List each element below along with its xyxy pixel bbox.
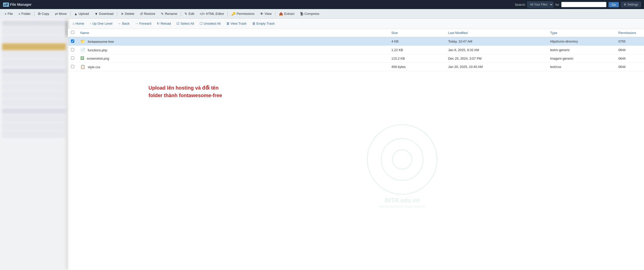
search-scope-select[interactable]: All Your Files (527, 2, 553, 8)
rename-icon: ✎ (161, 12, 164, 16)
up-one-level-button[interactable]: ↑ Up One Level (87, 21, 115, 26)
table-header-row: Name Size Last Modified Type Permissions (68, 29, 644, 37)
table-row[interactable]: 📁 fontawesome-free 4 KB Today, 10:47 AM … (68, 37, 644, 46)
home-button[interactable]: ⌂ Home (70, 21, 87, 26)
row-check-input-0[interactable] (71, 40, 74, 43)
forward-icon: → (135, 22, 138, 25)
search-input[interactable] (561, 2, 607, 7)
sidebar-item-3 (2, 43, 66, 50)
sidebar-item-1 (2, 27, 66, 34)
forward-label: Forward (139, 22, 151, 25)
column-header-modified[interactable]: Last Modified (445, 29, 547, 37)
permissions-button[interactable]: 🔑 Permissions (229, 11, 257, 17)
copy-button[interactable]: ⧉ Copy (35, 11, 52, 17)
sidebar-item-5 (2, 59, 66, 66)
reload-button[interactable]: ↻ Reload (154, 21, 173, 26)
cpanel-logo: cP File Manager (3, 3, 32, 7)
file-name-1: functions.php (88, 48, 107, 52)
row-check-input-2[interactable] (71, 56, 74, 60)
row-checkbox-1[interactable] (68, 46, 77, 54)
row-size-0: 4 KB (388, 37, 445, 46)
plus-icon: + (5, 12, 7, 16)
row-modified-0: Today, 10:47 AM (445, 37, 547, 46)
extract-button[interactable]: 📤 Extract (276, 11, 297, 17)
sidebar-header-2 (2, 68, 66, 74)
move-button[interactable]: ⇄ Move (52, 11, 69, 17)
rename-label: Rename (165, 12, 177, 16)
table-row[interactable]: 📄 functions.php 1.22 KB Jan 6, 2025, 8:3… (68, 46, 644, 54)
back-button[interactable]: ← Back (116, 21, 132, 26)
delete-label: Delete (125, 12, 134, 16)
file-type-icon-0: 📁 (80, 39, 85, 44)
divider-5 (228, 11, 228, 16)
row-checkbox-2[interactable] (68, 54, 77, 63)
file-name-2: screenshot.png (87, 57, 109, 60)
delete-button[interactable]: ✕ Delete (118, 11, 137, 17)
row-permissions-0: 0755 (615, 37, 644, 46)
sidebar-item-7 (2, 83, 66, 90)
row-checkbox-0[interactable] (68, 37, 77, 46)
extract-icon: 📤 (279, 12, 283, 16)
select-all-button[interactable]: ☑ Select All (174, 21, 196, 26)
column-header-size[interactable]: Size (388, 29, 445, 37)
row-name-2: 🖼 screenshot.png (77, 54, 388, 63)
row-size-2: 115.2 KB (388, 54, 445, 63)
upload-button[interactable]: ▲ Upload (71, 11, 91, 17)
row-check-input-3[interactable] (71, 65, 74, 68)
table-row[interactable]: 🖼 screenshot.png 115.2 KB Dec 25, 2024, … (68, 54, 644, 63)
edit-label: Edit (188, 12, 194, 16)
select-all-checkbox[interactable] (71, 31, 74, 34)
row-name-1: 📄 functions.php (77, 46, 388, 54)
row-check-input-1[interactable] (71, 48, 74, 51)
add-folder-label: Folder (21, 12, 31, 16)
back-icon: ← (118, 22, 121, 25)
sidebar-header-3 (2, 108, 66, 114)
add-file-button[interactable]: + File (2, 11, 15, 17)
column-header-name[interactable]: Name (77, 29, 388, 37)
copy-label: Copy (42, 12, 49, 16)
permissions-icon: 🔑 (231, 12, 236, 16)
sidebar-item-2 (2, 35, 66, 42)
view-label: View (264, 12, 272, 16)
toolbar: + File + Folder ⧉ Copy ⇄ Move ▲ Upload ▼… (0, 9, 644, 19)
extract-label: Extract (284, 12, 294, 16)
settings-button[interactable]: ⚙ Settings (621, 2, 641, 7)
compress-button[interactable]: 🗜 Compress (297, 11, 322, 17)
sidebar-item-11 (2, 123, 66, 130)
download-button[interactable]: ▼ Download (92, 11, 116, 17)
forward-button[interactable]: → Forward (132, 21, 154, 26)
search-go-button[interactable]: Go (609, 2, 619, 7)
rename-button[interactable]: ✎ Rename (158, 11, 180, 17)
unselect-all-button[interactable]: ☐ Unselect All (197, 21, 223, 26)
sidebar-item-8 (2, 91, 66, 98)
row-checkbox-3[interactable] (68, 63, 77, 71)
view-button[interactable]: 👁 View (257, 11, 274, 17)
html-editor-button[interactable]: </> HTML Editor (197, 11, 227, 17)
file-name-3: style.css (88, 65, 100, 69)
row-size-1: 1.22 KB (388, 46, 445, 54)
view-trash-button[interactable]: 🗑 View Trash (224, 21, 249, 26)
permissions-label: Permissions (237, 12, 254, 16)
row-permissions-1: 0644 (615, 46, 644, 54)
sidebar-item-4 (2, 51, 66, 58)
unselect-all-icon: ☐ (200, 22, 203, 25)
sidebar-scrollbar[interactable] (66, 19, 68, 270)
navigation-bar: ⌂ Home ↑ Up One Level ← Back → Forward ↻… (68, 19, 644, 29)
file-table-wrapper: Name Size Last Modified Type Permissions… (68, 29, 644, 270)
move-icon: ⇄ (55, 12, 58, 16)
download-label: Download (99, 12, 113, 16)
move-label: Move (59, 12, 67, 16)
empty-trash-button[interactable]: 🗑 Empty Trash (250, 21, 277, 26)
file-content-area: ⌂ Home ↑ Up One Level ← Back → Forward ↻… (68, 19, 644, 270)
restore-button[interactable]: ↺ Restore (137, 11, 158, 17)
table-header: Name Size Last Modified Type Permissions (68, 29, 644, 37)
checkbox-header[interactable] (68, 29, 77, 37)
select-all-label: Select All (180, 22, 194, 25)
upload-label: Upload (79, 12, 89, 16)
add-folder-button[interactable]: + Folder (16, 11, 33, 17)
table-row[interactable]: 📋 style.css 458 bytes Jan 20, 2025, 10:4… (68, 63, 644, 71)
edit-button[interactable]: ✎ Edit (182, 11, 197, 17)
column-header-permissions[interactable]: Permissions (615, 29, 644, 37)
edit-icon: ✎ (184, 12, 187, 16)
column-header-type[interactable]: Type (547, 29, 615, 37)
